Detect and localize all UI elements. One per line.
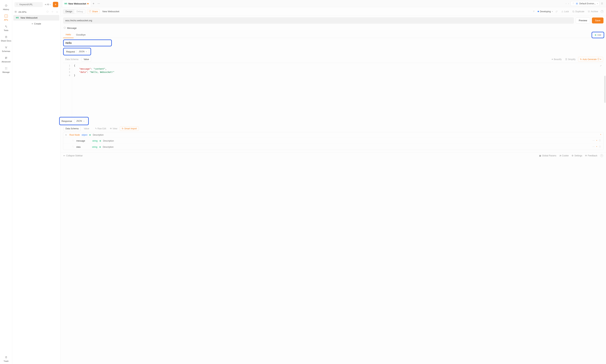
add-button[interactable]: + [53, 2, 58, 7]
advanced-icon [4, 56, 8, 60]
scrollbar-thumb[interactable] [604, 76, 606, 103]
refresh-icon[interactable] [46, 11, 49, 13]
settings-button[interactable]: ⚙Settings [572, 154, 582, 157]
add-field-icon[interactable]: ⊕ [89, 134, 91, 136]
locate-icon[interactable] [51, 11, 54, 13]
preview-button[interactable]: Preview [576, 17, 590, 24]
mode-debug[interactable]: Debug [74, 9, 85, 14]
delete-icon[interactable] [599, 139, 601, 142]
request-code-editor[interactable]: 1234 { "message": "content", "data": "He… [63, 63, 604, 117]
filter-dropdown[interactable]: All ▾ [44, 3, 52, 6]
lock-button[interactable]: Lock [560, 10, 569, 13]
sidebar-item-websocket[interactable]: WS New Websocket [13, 15, 59, 21]
share-button[interactable]: Share [87, 9, 100, 14]
root-desc-input[interactable] [93, 134, 598, 136]
message-tab-goodbye[interactable]: Goodbye [74, 32, 88, 38]
view-button[interactable]: 👁View [109, 127, 118, 130]
rail-tests[interactable]: Tests [0, 23, 12, 33]
app-root: History APIs Tests Share Docs Schemas Ad… [0, 0, 606, 364]
smartimport-button[interactable]: ↻Smart Import [120, 127, 139, 131]
svg-rect-4 [5, 36, 7, 38]
request-tab-value[interactable]: Value [82, 57, 91, 62]
archive-button[interactable]: Archive [587, 10, 599, 13]
rail-apis-label: APIs [4, 19, 8, 21]
search-input[interactable] [19, 3, 41, 6]
duplicate-button[interactable]: Duplicate [571, 10, 585, 13]
duplicate-label: Duplicate [575, 10, 584, 13]
link-icon[interactable] [592, 139, 595, 142]
svg-rect-18 [562, 11, 563, 12]
add-field-icon[interactable]: ⊕ [99, 140, 101, 142]
field-desc-input[interactable] [103, 146, 591, 148]
menu-icon[interactable]: ☰ [600, 2, 605, 5]
collapse-sidebar-button[interactable]: ⇤Collapse Sidebar [64, 154, 83, 157]
gutter: 1234 [63, 63, 72, 117]
svg-point-22 [64, 27, 66, 29]
rawedit-button[interactable]: ✎Raw Edit [94, 127, 107, 130]
add-message-button[interactable]: ⊕ Add [593, 33, 603, 37]
response-tab-dataschema[interactable]: Data Schema [64, 126, 81, 131]
tab-websocket[interactable]: WS New Websocket [62, 0, 91, 7]
rail-sharedocs-label: Share Docs [1, 40, 11, 42]
response-type-select[interactable]: JSON ▾ [74, 119, 86, 123]
globe-icon: ▣ [539, 154, 541, 157]
save-button[interactable]: Save [592, 17, 604, 24]
url-input[interactable]: wss://echo.websocket.org [63, 17, 574, 24]
sidebar-section-allapis[interactable]: All APIs + [12, 9, 60, 15]
required-icon[interactable]: * [596, 140, 597, 142]
simplify-button[interactable]: ☰Simplify [564, 58, 577, 61]
mode-design[interactable]: Design [63, 9, 74, 14]
link-icon[interactable] [554, 10, 559, 13]
archive-label: Archive [591, 10, 598, 13]
delete-icon[interactable] [599, 145, 601, 148]
message-name-input[interactable] [65, 41, 109, 44]
message-tab-hello[interactable]: Hello [63, 31, 74, 38]
sidebar: All ▾ + All APIs + WS New Websocket + Cr… [12, 0, 61, 364]
import-icon: ↻ [122, 127, 124, 130]
eye-icon: 👁 [110, 127, 112, 130]
rail-advanced[interactable]: Advanced [0, 54, 12, 65]
schema-field-row[interactable]: message string ⊕ * [63, 138, 603, 144]
request-type-select[interactable]: JSON ▾ [77, 49, 89, 54]
cookie-icon: ◔ [559, 154, 561, 157]
link-icon[interactable] [592, 145, 595, 148]
svg-point-8 [5, 67, 6, 68]
nav-back-icon[interactable]: ‹ [566, 2, 566, 5]
feedback-button[interactable]: ✉Feedback [585, 154, 597, 157]
schema-field-row[interactable]: data string ⊕ * [63, 144, 603, 150]
field-name: data [76, 146, 80, 148]
tabbar: WS New Websocket + ⋯ ‹ › D Default Envir… [61, 0, 606, 7]
rail-apis[interactable]: APIs [0, 12, 12, 23]
field-desc-input[interactable] [103, 140, 591, 142]
rail-history[interactable]: History [0, 2, 12, 12]
code-body[interactable]: { "message": "content", "data": "Hello, … [72, 63, 604, 117]
global-params-button[interactable]: ▣Global Params [539, 154, 556, 157]
tab-menu-button[interactable]: ⋯ [96, 2, 101, 5]
cookie-button[interactable]: ◔Cookie [559, 154, 569, 157]
add-field-icon[interactable]: ⊕ [99, 146, 101, 148]
autogenerate-button[interactable]: ↻Auto Generateⓘ▾ [578, 57, 603, 62]
rail-sharedocs[interactable]: Share Docs [0, 33, 12, 44]
notes-icon[interactable] [532, 10, 536, 13]
collapse-icon[interactable]: ▾ [65, 134, 68, 136]
status-dropdown[interactable]: Developing ▾ [538, 10, 553, 13]
required-icon[interactable]: * [596, 146, 597, 148]
help-icon[interactable]: ? [600, 154, 603, 157]
field-type: string [92, 140, 98, 142]
rail-manage[interactable]: Manage [0, 65, 12, 75]
nav-forward-icon[interactable]: › [568, 2, 569, 5]
required-icon[interactable]: * [600, 134, 601, 136]
beautify-button[interactable]: ✦Beautify [550, 58, 563, 61]
rail-trash[interactable]: Trash [0, 353, 12, 364]
environment-select[interactable]: D Default Environ... ▾ [570, 1, 600, 6]
expand-icon[interactable]: ⤢ [600, 65, 602, 67]
response-tab-value[interactable]: Value [82, 127, 91, 131]
search-input-wrap[interactable] [14, 2, 43, 7]
schema-root-row[interactable]: ▾ Root Node object ⊕ * [63, 132, 603, 138]
new-tab-button[interactable]: + [91, 2, 96, 5]
rail-schemas[interactable]: Schemas [0, 44, 12, 54]
create-button[interactable]: + Create [12, 21, 60, 27]
help-icon[interactable]: ? [601, 10, 604, 13]
request-tab-dataschema[interactable]: Data Schema [64, 57, 80, 62]
plus-icon[interactable]: + [56, 11, 58, 13]
